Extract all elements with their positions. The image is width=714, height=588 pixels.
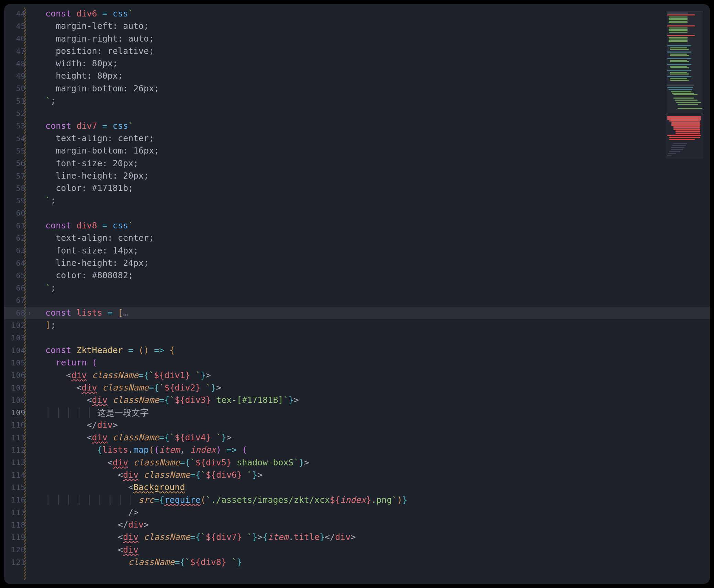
- line-number: 60: [4, 207, 30, 219]
- code-line[interactable]: <div className={`${div3} tex-[#17181B]`}…: [35, 394, 710, 406]
- code-line[interactable]: │ │ │ │ │ │ │ │ │ src={require(`./assets…: [35, 494, 710, 506]
- line-number: 115: [4, 481, 30, 494]
- line-number: 118: [4, 519, 30, 531]
- code-line[interactable]: const div7 = css`: [35, 120, 710, 132]
- code-line[interactable]: [35, 332, 710, 344]
- code-line[interactable]: [35, 107, 710, 120]
- line-number: 50: [4, 82, 30, 95]
- line-number: 67: [4, 294, 30, 307]
- code-line[interactable]: `;: [35, 282, 710, 294]
- line-number: 48: [4, 57, 30, 70]
- line-number: 110: [4, 419, 30, 431]
- code-line[interactable]: width: 80px;: [35, 57, 710, 70]
- line-number: 62: [4, 232, 30, 244]
- line-number: 104: [4, 344, 30, 357]
- editor-window: 4445464748495051525354555657585960616263…: [4, 4, 710, 584]
- code-line[interactable]: color: #17181b;: [35, 182, 710, 194]
- code-line[interactable]: </div>: [35, 419, 710, 431]
- code-line[interactable]: ];: [35, 319, 710, 331]
- line-number: 52: [4, 107, 30, 120]
- line-number-gutter[interactable]: 4445464748495051525354555657585960616263…: [4, 4, 30, 584]
- code-line[interactable]: │ │ │ │ │ 这是一段文字: [35, 407, 710, 419]
- line-number: 47: [4, 45, 30, 57]
- line-number: 54: [4, 132, 30, 145]
- code-line[interactable]: text-align: center;: [35, 232, 710, 244]
- line-number: 106: [4, 369, 30, 382]
- line-number: 117: [4, 506, 30, 519]
- line-number: 64: [4, 257, 30, 269]
- line-number: 120: [4, 544, 30, 556]
- code-line[interactable]: const div8 = css`: [35, 219, 710, 232]
- line-number: 57: [4, 170, 30, 182]
- code-line[interactable]: <div className={`${div4} `}>: [35, 431, 710, 444]
- code-line[interactable]: [35, 207, 710, 219]
- line-number: 49: [4, 70, 30, 82]
- line-number: 114: [4, 469, 30, 481]
- code-line[interactable]: </div>: [35, 519, 710, 531]
- line-number: 108: [4, 394, 30, 406]
- line-number: 65: [4, 269, 30, 282]
- line-number: 53: [4, 120, 30, 132]
- line-number: 112: [4, 444, 30, 456]
- code-line[interactable]: <div className={`${div5} shadow-boxS`}>: [35, 456, 710, 469]
- code-line[interactable]: className={`${div8} `}: [35, 556, 710, 568]
- line-number: 51: [4, 95, 30, 107]
- line-number: 113: [4, 456, 30, 469]
- line-number: 63: [4, 245, 30, 257]
- line-number: 59: [4, 194, 30, 207]
- code-line[interactable]: <div className={`${div1} `}>: [35, 369, 710, 382]
- code-line[interactable]: {lists.map((item, index) => (: [35, 444, 710, 456]
- line-number: 58: [4, 182, 30, 194]
- code-editor-area[interactable]: const div6 = css` margin-left: auto; mar…: [30, 4, 710, 584]
- code-line[interactable]: const ZktHeader = () => {: [35, 344, 710, 357]
- line-number: 44: [4, 8, 30, 20]
- code-line[interactable]: <div className={`${div2} `}>: [35, 382, 710, 394]
- line-number: 105: [4, 357, 30, 369]
- line-number: 109: [4, 407, 30, 419]
- code-line[interactable]: <div: [35, 544, 710, 556]
- line-number: 102: [4, 319, 30, 331]
- line-number: 119: [4, 531, 30, 543]
- code-line[interactable]: margin-left: auto;: [35, 20, 710, 32]
- line-number: 121: [4, 556, 30, 568]
- line-number: 107: [4, 382, 30, 394]
- code-line[interactable]: color: #808082;: [35, 269, 710, 282]
- code-line[interactable]: <div className={`${div7} `}>{item.title}…: [35, 531, 710, 543]
- code-line[interactable]: margin-bottom: 16px;: [35, 145, 710, 157]
- code-line[interactable]: height: 80px;: [35, 70, 710, 82]
- code-line[interactable]: line-height: 24px;: [35, 257, 710, 269]
- code-line[interactable]: const div6 = css`: [35, 8, 710, 20]
- code-line[interactable]: `;: [35, 194, 710, 207]
- code-line[interactable]: const lists = […: [35, 307, 710, 319]
- code-line[interactable]: position: relative;: [35, 45, 710, 57]
- line-number: 55: [4, 145, 30, 157]
- line-number: 103: [4, 332, 30, 344]
- line-number: 111: [4, 431, 30, 444]
- line-number: 45: [4, 20, 30, 32]
- code-line[interactable]: <Background: [35, 481, 710, 494]
- code-line[interactable]: margin-bottom: 26px;: [35, 82, 710, 95]
- code-line[interactable]: [35, 294, 710, 307]
- code-line[interactable]: line-height: 20px;: [35, 170, 710, 182]
- line-number: 61: [4, 219, 30, 232]
- line-number: 116: [4, 494, 30, 506]
- line-number: 66: [4, 282, 30, 294]
- code-line[interactable]: font-size: 14px;: [35, 245, 710, 257]
- code-line[interactable]: `;: [35, 95, 710, 107]
- code-line[interactable]: font-size: 20px;: [35, 157, 710, 170]
- code-line[interactable]: />: [35, 506, 710, 519]
- line-number: 56: [4, 157, 30, 170]
- code-line[interactable]: margin-right: auto;: [35, 33, 710, 45]
- code-line[interactable]: return (: [35, 357, 710, 369]
- code-line[interactable]: <div className={`${div6} `}>: [35, 469, 710, 481]
- code-line[interactable]: text-align: center;: [35, 132, 710, 145]
- line-number: 46: [4, 33, 30, 45]
